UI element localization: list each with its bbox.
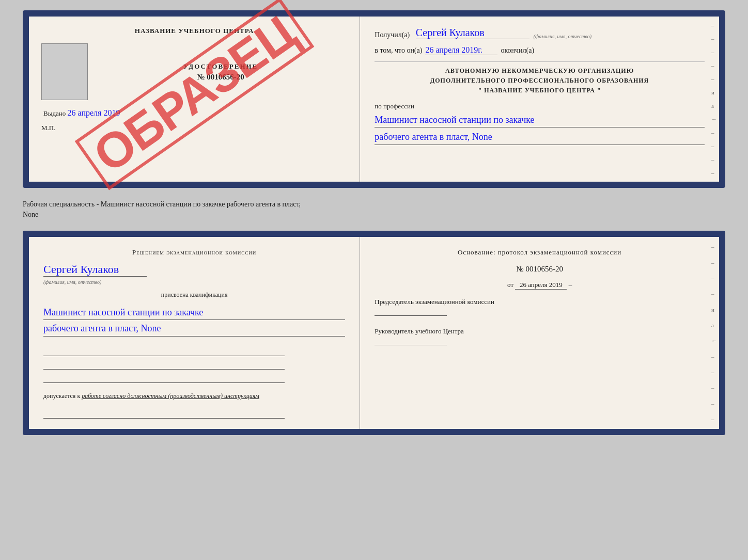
chairman-block: Председатель экзаменационной комиссии xyxy=(375,297,705,319)
committee-text: Решением экзаменационной комиссии xyxy=(43,247,345,258)
bmark-10: – xyxy=(711,385,717,391)
allowed-text-block: допускается к работе согласно должностны… xyxy=(43,392,345,400)
sig-line-3 xyxy=(43,373,285,383)
mark-1: – xyxy=(711,22,717,28)
photo-placeholder xyxy=(41,43,88,100)
mark-9: – xyxy=(711,130,717,136)
bmark-8: – xyxy=(711,354,717,360)
received-name: Сергей Кулаков xyxy=(416,27,529,39)
right-side-marks: – – – – – и а ← – – – – xyxy=(711,17,717,182)
date-prefix: в том, что он(а) xyxy=(375,46,422,55)
date-row: в том, что он(а) 26 апреля 2019г. окончи… xyxy=(375,45,705,55)
protocol-date: от 26 апреля 2019 – xyxy=(375,281,705,290)
mark-6: и xyxy=(711,89,717,95)
director-sig-line xyxy=(375,336,447,345)
protocol-dash: – xyxy=(569,281,572,289)
mark-12: – xyxy=(711,170,717,176)
qualification-block: Машинист насосной станции по закачке раб… xyxy=(43,304,345,337)
bottom-doc-right: Основание: протокол экзаменационной коми… xyxy=(360,237,719,429)
top-doc-left-panel: НАЗВАНИЕ УЧЕБНОГО ЦЕНТРА УДОСТОВЕРЕНИЕ №… xyxy=(29,17,360,182)
org-line1: АВТОНОМНУЮ НЕКОММЕРЧЕСКУЮ ОРГАНИЗАЦИЮ xyxy=(375,66,705,76)
bottom-right-marks: – – – – и а ← – – – – – xyxy=(711,237,717,429)
separator-line1: Рабочая специальность - Машинист насосно… xyxy=(23,199,725,210)
mark-10: – xyxy=(711,143,717,149)
bmark-1: – xyxy=(711,244,717,250)
cert-info: УДОСТОВЕРЕНИЕ № 0010656-20 xyxy=(88,43,347,100)
mark-7: а xyxy=(711,103,717,109)
received-prefix: Получил(а) xyxy=(375,31,410,39)
bottom-doc-left: Решением экзаменационной комиссии Сергей… xyxy=(29,237,360,429)
bmark-9: – xyxy=(711,369,717,375)
sig-line-2 xyxy=(43,359,285,370)
issued-date: 26 апреля 2019 xyxy=(68,108,120,117)
bmark-5: и xyxy=(711,307,717,313)
bmark-7: ← xyxy=(711,338,717,344)
top-document: НАЗВАНИЕ УЧЕБНОГО ЦЕНТРА УДОСТОВЕРЕНИЕ №… xyxy=(23,10,725,188)
bmark-12: – xyxy=(711,416,717,422)
profession-prefix: по профессии xyxy=(375,102,414,110)
qual-line2: рабочего агента в пласт, None xyxy=(43,321,345,337)
name-hint: (фамилия, имя, отчество) xyxy=(534,34,591,39)
bottom-person-row: Сергей Кулаков (фамилия, имя, отчество) xyxy=(43,263,345,286)
separator-line2: None xyxy=(23,210,725,220)
org-line2: ДОПОЛНИТЕЛЬНОГО ПРОФЕССИОНАЛЬНОГО ОБРАЗО… xyxy=(375,76,705,86)
qual-line1: Машинист насосной станции по закачке xyxy=(43,305,345,321)
profession-line2: рабочего агента в пласт, None xyxy=(375,130,705,145)
bmark-6: а xyxy=(711,322,717,328)
mark-4: – xyxy=(711,62,717,69)
mark-2: – xyxy=(711,36,717,42)
mark-8: ← xyxy=(711,116,717,122)
protocol-date-value: 26 апреля 2019 xyxy=(515,281,567,290)
director-label: Руководитель учебного Центра xyxy=(375,326,705,337)
separator-text: Рабочая специальность - Машинист насосно… xyxy=(23,196,725,222)
bmark-4: – xyxy=(711,291,717,297)
sig-line-1 xyxy=(43,346,285,356)
profession-line1: Машинист насосной станции по закачке xyxy=(375,113,705,128)
signature-lines xyxy=(43,346,345,383)
chairman-label: Председатель экзаменационной комиссии xyxy=(375,297,705,307)
basis-text: Основание: протокол экзаменационной коми… xyxy=(375,247,705,258)
bottom-person-name: Сергей Кулаков xyxy=(43,263,147,277)
issued-label: Выдано xyxy=(43,109,66,117)
mark-3: – xyxy=(711,49,717,55)
mark-5: – xyxy=(711,76,717,82)
issued-row: Выдано 26 апреля 2019 xyxy=(41,108,347,118)
director-block: Руководитель учебного Центра xyxy=(375,326,705,348)
allowed-content: работе согласно должностным (производств… xyxy=(82,392,259,399)
allowed-prefix: допускается к xyxy=(43,392,80,399)
date-value: 26 апреля 2019г. xyxy=(425,45,497,55)
cert-label: УДОСТОВЕРЕНИЕ xyxy=(183,62,258,71)
bmark-11: – xyxy=(711,401,717,407)
bmark-2: – xyxy=(711,260,717,266)
mp-label: М.П. xyxy=(41,124,55,132)
mark-11: – xyxy=(711,156,717,163)
top-doc-title: НАЗВАНИЕ УЧЕБНОГО ЦЕНТРА xyxy=(135,27,254,35)
cert-number: № 0010656-20 xyxy=(197,73,244,82)
chairman-sig-line xyxy=(375,307,447,316)
org-block: АВТОНОМНУЮ НЕКОММЕРЧЕСКУЮ ОРГАНИЗАЦИЮ ДО… xyxy=(375,61,705,96)
sig-line-4 xyxy=(43,408,285,419)
bmark-3: – xyxy=(711,275,717,281)
date-suffix: окончил(а) xyxy=(501,46,534,55)
bottom-document: Решением экзаменационной комиссии Сергей… xyxy=(23,231,725,435)
received-row: Получил(а) Сергей Кулаков (фамилия, имя,… xyxy=(375,27,705,39)
protocol-number: № 0010656-20 xyxy=(375,265,705,274)
protocol-date-prefix: от xyxy=(507,281,513,289)
profession-block: по профессии Машинист насосной станции п… xyxy=(375,102,705,146)
bottom-person-hint: (фамилия, имя, отчество) xyxy=(43,279,101,285)
top-doc-right-panel: Получил(а) Сергей Кулаков (фамилия, имя,… xyxy=(360,17,719,182)
org-line3: " НАЗВАНИЕ УЧЕБНОГО ЦЕНТРА " xyxy=(375,86,705,95)
assigned-text: присвоена квалификация xyxy=(43,291,345,299)
